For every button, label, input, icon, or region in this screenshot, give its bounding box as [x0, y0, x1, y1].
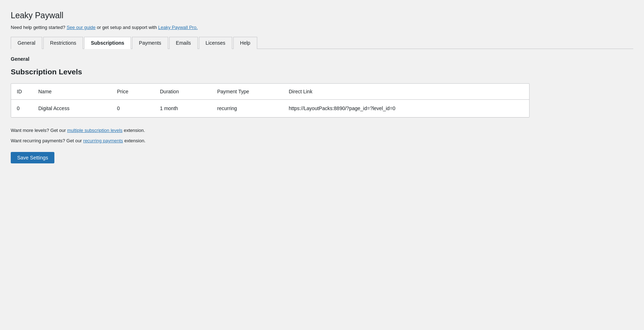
- tabs-navigation: General Restrictions Subscriptions Payme…: [11, 36, 633, 49]
- tab-subscriptions[interactable]: Subscriptions: [84, 37, 131, 49]
- content-area: General Subscription Levels ID Name Pric…: [11, 49, 633, 163]
- col-header-id: ID: [11, 84, 33, 100]
- col-header-name: Name: [33, 84, 111, 100]
- cell-duration: 1 month: [154, 100, 211, 117]
- promo-2-suffix: extension.: [123, 138, 146, 143]
- help-text-middle: or get setup and support with: [97, 25, 158, 30]
- help-text-prefix: Need help getting started?: [11, 25, 65, 30]
- tab-help[interactable]: Help: [233, 37, 257, 49]
- table-row: 0 Digital Access 0 1 month recurring htt…: [11, 100, 529, 117]
- multiple-subscription-levels-link[interactable]: multiple subscription levels: [67, 128, 123, 133]
- page-title: Leaky Paywall: [11, 11, 633, 20]
- section-heading: Subscription Levels: [11, 68, 633, 76]
- tab-licenses[interactable]: Licenses: [199, 37, 232, 49]
- promo-1-suffix: extension.: [122, 128, 145, 133]
- help-text: Need help getting started? See our guide…: [11, 25, 633, 30]
- subscription-levels-table-wrapper: ID Name Price Duration Payment Type Dire…: [11, 83, 530, 118]
- col-header-payment-type: Payment Type: [211, 84, 283, 100]
- cell-id: 0: [11, 100, 33, 117]
- table-header-row: ID Name Price Duration Payment Type Dire…: [11, 84, 529, 100]
- see-guide-link[interactable]: See our guide: [67, 25, 96, 30]
- cell-name: Digital Access: [33, 100, 111, 117]
- tab-restrictions[interactable]: Restrictions: [43, 37, 83, 49]
- save-settings-button[interactable]: Save Settings: [11, 152, 54, 163]
- col-header-direct-link: Direct Link: [283, 84, 529, 100]
- promo-2-prefix: Want recurring payments? Get our: [11, 138, 83, 143]
- recurring-payments-link[interactable]: recurring payments: [83, 138, 123, 143]
- col-header-price: Price: [111, 84, 154, 100]
- promo-text-levels: Want more levels? Get our multiple subsc…: [11, 128, 633, 133]
- tab-emails[interactable]: Emails: [169, 37, 198, 49]
- col-header-duration: Duration: [154, 84, 211, 100]
- leaky-paywall-pro-link[interactable]: Leaky Paywall Pro.: [158, 25, 198, 30]
- cell-direct-link: https://LayoutPacks:8890/?page_id=?level…: [283, 100, 529, 117]
- promo-text-payments: Want recurring payments? Get our recurri…: [11, 138, 633, 143]
- cell-payment-type: recurring: [211, 100, 283, 117]
- tab-payments[interactable]: Payments: [132, 37, 168, 49]
- section-label: General: [11, 56, 633, 62]
- subscription-levels-table: ID Name Price Duration Payment Type Dire…: [11, 84, 529, 117]
- cell-price: 0: [111, 100, 154, 117]
- promo-1-prefix: Want more levels? Get our: [11, 128, 67, 133]
- tab-general[interactable]: General: [11, 37, 42, 49]
